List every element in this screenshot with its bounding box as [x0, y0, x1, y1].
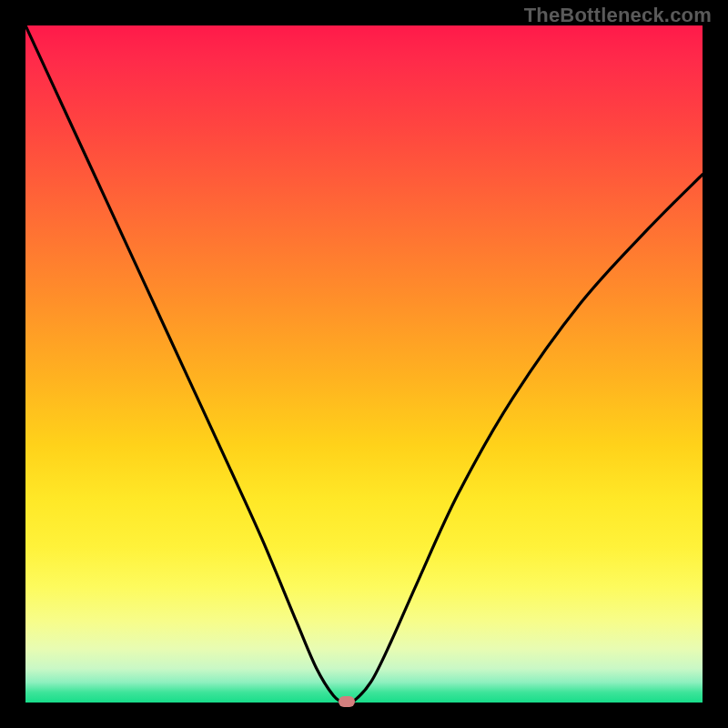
minimum-marker: [339, 696, 355, 707]
watermark-text: TheBottleneck.com: [524, 4, 712, 27]
bottleneck-curve-path: [25, 25, 703, 703]
plot-area: [25, 25, 703, 703]
chart-frame: TheBottleneck.com: [0, 0, 728, 728]
curve-svg: [25, 25, 703, 703]
